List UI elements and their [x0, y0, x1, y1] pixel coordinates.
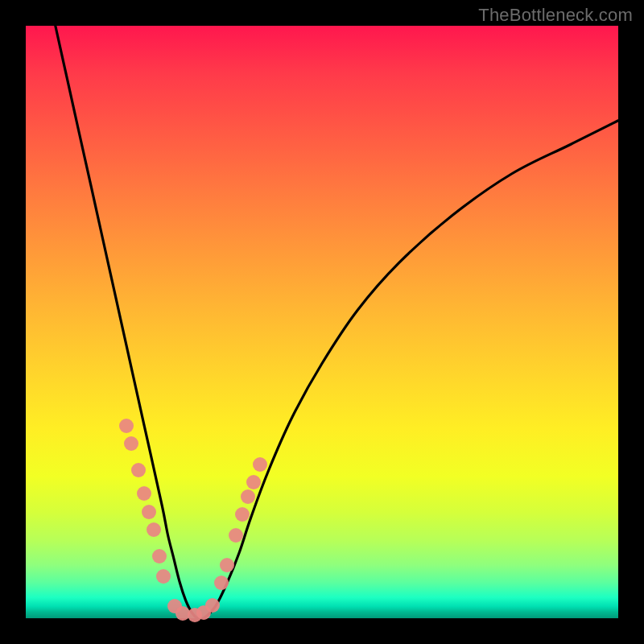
- data-point: [142, 505, 156, 519]
- data-point: [214, 576, 229, 590]
- data-point: [246, 475, 261, 489]
- data-point: [131, 463, 146, 477]
- plot-area: [26, 26, 618, 618]
- data-point: [147, 522, 161, 537]
- data-point: [124, 436, 138, 451]
- data-point: [152, 549, 167, 564]
- watermark-text: TheBottleneck.com: [478, 5, 633, 26]
- data-point: [220, 558, 234, 572]
- data-point: [241, 489, 255, 504]
- data-point: [205, 598, 220, 613]
- data-point: [119, 419, 134, 433]
- bottleneck-curve: [26, 26, 618, 618]
- data-point: [253, 457, 267, 472]
- chart-frame: TheBottleneck.com: [0, 0, 644, 644]
